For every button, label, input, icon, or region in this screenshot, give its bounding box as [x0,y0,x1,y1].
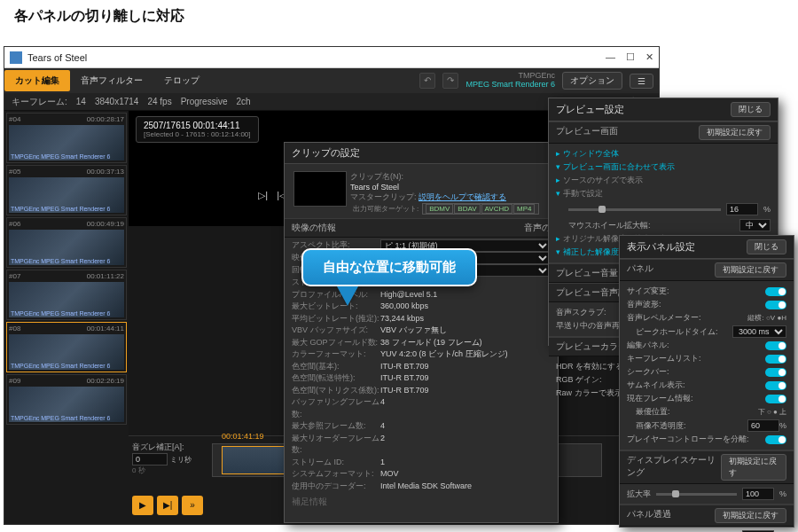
audio-offset-input[interactable] [132,453,168,466]
mouse-wheel-select[interactable]: 中 [739,219,771,231]
clip-detail-row: VBV バッファサイズ:VBV バッファ無し [285,325,558,337]
undo-button[interactable]: ↶ [419,73,435,89]
clip-thumbnail [293,171,347,207]
audio-info-head: 音声の [524,222,551,234]
kflist-label: キーフレームリスト: [627,353,701,364]
display-panel-title[interactable]: 表示パネル設定 [627,240,695,254]
thumb-toggle[interactable] [765,381,786,390]
tab-telop[interactable]: テロップ [153,70,210,91]
kflist-toggle[interactable] [765,355,786,364]
menu-icon[interactable]: ☰ [630,74,653,89]
preview-reset-button[interactable]: 初期設定に戻す [699,125,771,140]
clip-thumb-08[interactable]: #0800:01:44:11TMPGEnc MPEG Smart Rendere… [6,322,127,372]
resize-label: サイズ変更: [627,286,669,297]
main-toolbar: カット編集 音声フィルター テロップ ↶ ↷ TMPGEnc MPEG Smar… [4,68,659,93]
scan-type: Progressive [181,97,228,106]
frame-counter: 2507/17615 00:01:44:11 [Selected 0 - 176… [136,116,259,143]
position-label: 最優位置: [636,406,670,418]
kf-value: 14 [76,97,86,106]
app-icon [10,51,22,64]
seekbar-label: シークバー: [627,366,669,378]
minimize-icon[interactable]: — [606,51,615,63]
scale-input[interactable] [742,488,774,500]
clip-detail-row: 色空間(マトリクス係数):ITU-R BT.709 [285,385,558,397]
close-icon[interactable]: ✕ [645,51,653,63]
option-button[interactable]: オプション [562,72,622,90]
master-clip-label: マスタークリップ: [350,192,417,201]
trans-reset-button[interactable]: 初期設定に戻す [715,508,786,523]
maximize-icon[interactable]: ☐ [626,51,635,63]
preview-panel-title[interactable]: プレビュー設定 [556,103,624,116]
play-range-button[interactable]: ▶ [132,496,153,515]
clip-detail-row: 最大参照フレーム数:4 [285,420,558,433]
waveform-toggle[interactable] [765,301,786,309]
timeline-play-controls: ▶ ▶| » [132,496,203,515]
tab-cut-edit[interactable]: カット編集 [4,70,70,91]
seekbar-toggle[interactable] [765,368,786,377]
rgb-gain-label: RGB ゲイン: [556,374,602,386]
manual-option[interactable]: 手動で設定 [556,187,771,200]
split-controller-label: プレイヤーコントローラーを分離: [627,434,749,445]
zoom-pct-input[interactable] [726,203,758,215]
clip-thumb-07[interactable]: #0700:01:11:22TMPGEnc MPEG Smart Rendere… [6,270,127,320]
tc-in: 00:01:41:19 [222,432,264,441]
fit-preview-option[interactable]: プレビュー画面に合わせて表示 [556,160,771,174]
next-clip-button[interactable]: » [182,496,203,515]
clip-thumb-04[interactable]: #0400:00:28:17TMPGEnc MPEG Smart Rendere… [6,113,127,163]
redo-button[interactable]: ↷ [442,73,458,89]
clip-detail-row: 使用中のデコーダー:Intel Media SDK Software [285,481,558,493]
audio-scrub-label: 音声スクラブ: [556,307,606,318]
titlebar[interactable]: Tears of Steel — ☐ ✕ [4,47,659,68]
level-label: 音声レベルメーター: [627,312,701,324]
preview-close-button[interactable]: 閉じる [731,102,771,117]
clip-detail-row: ストリーム ID:1 [285,457,558,469]
page-title: 各パネルの切り離しに対応 [0,0,798,33]
peak-label: ピークホールドタイム: [636,326,718,338]
clip-detail-row: 最大 GOPフィールド数:38 フィールド (19 フレーム) [285,337,558,349]
peak-select[interactable]: 3000 ms [732,325,786,338]
panel-reset-button[interactable]: 初期設定に戻す [715,262,786,278]
zoom-slider[interactable] [568,208,721,211]
raw-color-label: Raw カラーで表示: [556,387,624,399]
frame-info-toggle[interactable] [765,395,786,403]
clip-name: Tears of Steel [350,183,540,192]
zoom-label: 拡大率 [627,489,651,500]
clip-detail-row: 最大リオーダーフレーム数:2 [285,433,558,457]
target-label: 出力可能ターゲット: [350,204,421,214]
waveform-label: 音声波形: [627,299,661,310]
target-badge: MP4 [513,204,535,214]
clip-thumb-06[interactable]: #0600:00:49:19TMPGEnc MPEG Smart Rendere… [6,217,127,268]
preview-screen-head: プレビュー画面 [556,125,618,140]
display-close-button[interactable]: 閉じる [747,239,786,254]
scaling-reset-button[interactable]: 初期設定に戻す [721,454,786,481]
clip-thumb-09[interactable]: #0900:02:26:19TMPGEnc MPEG Smart Rendere… [6,374,127,425]
fit-window-option[interactable]: ウィンドウ全体 [556,147,771,160]
mark-in-icon[interactable]: ▷| [258,190,268,201]
clip-thumb-05[interactable]: #0500:00:37:13TMPGEnc MPEG Smart Rendere… [6,165,127,215]
clip-sidebar[interactable]: #0400:00:28:17TMPGEnc MPEG Smart Rendere… [4,111,129,524]
edit-panel-toggle[interactable] [765,341,786,350]
master-help-link[interactable]: 説明をヘルプで確認する [419,192,506,201]
play-button[interactable]: ▶| [157,496,178,515]
source-size-option[interactable]: ソースのサイズで表示 [556,174,771,187]
tab-audio-filter[interactable]: 音声フィルター [70,70,153,91]
clip-panel-title[interactable]: クリップの設定 [285,143,558,164]
frame-info-label: 現在フレーム情報: [627,393,693,404]
display-panel-settings[interactable]: 表示パネル設定閉じる パネル初期設定に戻す サイズ変更: 音声波形: 音声レベル… [619,235,794,528]
clip-detail-row: 平均ビットレート(推定):73,244 kbps [285,313,558,325]
scale-slider[interactable] [656,493,737,496]
target-badge: AVCHD [481,204,512,214]
hdr-label: HDR を有効にする: [556,361,626,372]
resize-toggle[interactable] [765,287,786,296]
audio-offset-control: 音ズレ補正[A]: ミリ秒 0 秒 [132,442,192,475]
split-controller-toggle[interactable] [765,435,786,444]
edit-panel-label: 編集パネル: [627,340,669,351]
framerate: 24 fps [147,97,171,106]
thumb-label: サムネイル表示: [627,379,685,391]
transparency-head: パネル透過 [627,508,671,523]
clip-settings-panel[interactable]: クリップの設定 クリップ名(N): Tears of Steel マスタークリッ… [284,142,559,523]
clip-name-label: クリップ名(N): [350,171,540,183]
img-opacity-input[interactable] [747,419,779,432]
brand-logo: TMPGEnc MPEG Smart Renderer 6 [466,72,555,90]
callout-bubble: 自由な位置に移動可能 [301,248,477,306]
